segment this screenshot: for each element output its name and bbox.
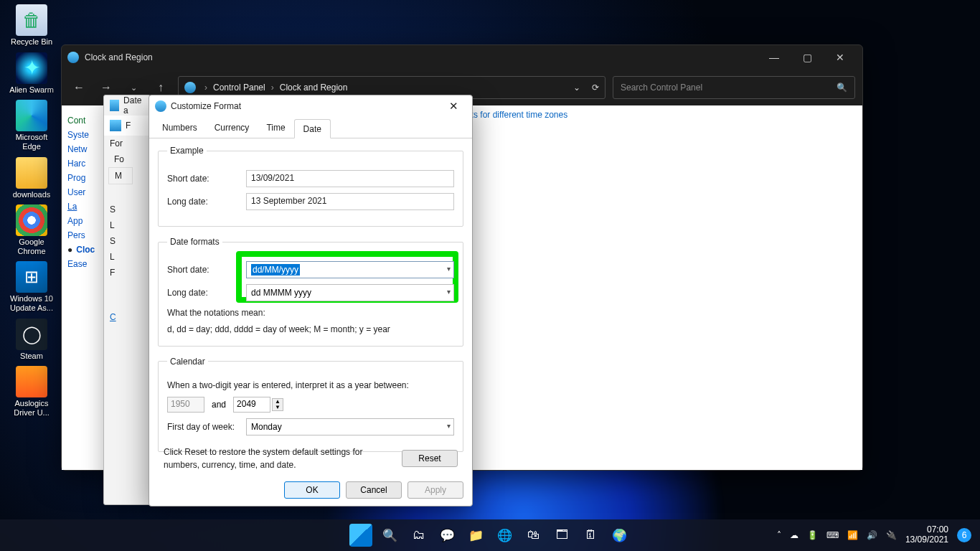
combo-short-date-format[interactable]: dd/MM/yyyy ▾ [246, 261, 454, 278]
onedrive-icon[interactable]: ☁ [790, 530, 798, 540]
taskbar-app[interactable]: 🗓 [579, 524, 602, 547]
spinner-buttons[interactable]: ▲▼ [272, 398, 283, 411]
title: Date a [123, 95, 144, 116]
combo-long-date-format[interactable]: dd MMMM yyyy ▾ [246, 284, 454, 301]
reset-description: Click Reset to restore the system defaul… [164, 446, 379, 471]
search-input[interactable]: Search Control Panel 🔍 [613, 76, 855, 99]
label-short-date: Short date: [167, 174, 246, 184]
titlebar[interactable]: Customize Format ✕ [149, 95, 472, 117]
keyboard-icon[interactable]: ⌨ [826, 530, 839, 540]
tabs: Numbers Currency Time Date [149, 118, 472, 138]
dialog-title: Customize Format [171, 101, 241, 111]
chevron-down-icon: ▾ [447, 422, 451, 430]
chevron-down-icon: ▾ [447, 265, 451, 273]
system-tray: ˄ ☁ 🔋 ⌨ 📶 🔊 🔌 07:00 13/09/2021 6 [777, 525, 980, 545]
tab-time[interactable]: Time [258, 118, 293, 138]
group-date-formats: Date formats Short date: dd/MM/yyyy ▾ Lo… [158, 237, 463, 347]
back-button[interactable]: ← [69, 77, 89, 98]
label-long-date: Long date: [167, 197, 246, 207]
year-to-spinner[interactable]: 2049 ▲▼ [233, 397, 283, 413]
value-long-date: 13 September 2021 [246, 193, 454, 210]
label: downloads [6, 190, 57, 199]
close-button[interactable]: ✕ [440, 98, 466, 115]
close-button[interactable]: ✕ [824, 47, 857, 68]
breadcrumb-root[interactable]: Control Panel [213, 83, 265, 93]
refresh-icon[interactable]: ⟳ [592, 83, 599, 93]
clock-time: 07:00 [905, 525, 948, 535]
combo-first-day[interactable]: Monday ▾ [246, 418, 454, 435]
breadcrumb-sep: › [204, 83, 207, 93]
desktop-icon-recycle-bin[interactable]: Recycle Bin [6, 4, 57, 47]
minimize-button[interactable]: — [758, 47, 791, 68]
label: Auslogics Driver U... [6, 399, 57, 417]
tab-numbers[interactable]: Numbers [154, 118, 206, 138]
cp-icon [67, 52, 79, 63]
desktop-icon-alien-swarm[interactable]: ✦Alien Swarm [6, 52, 57, 95]
taskbar-clock[interactable]: 07:00 13/09/2021 [905, 525, 948, 545]
address-dropdown-icon[interactable]: ⌄ [573, 83, 580, 93]
chat-button[interactable]: 💬 [435, 524, 458, 547]
group-calendar: Calendar When a two-digit year is entere… [158, 357, 463, 453]
explorer-button[interactable]: 📁 [464, 524, 487, 547]
wifi-icon[interactable]: 📶 [847, 530, 858, 540]
spin-down-icon[interactable]: ▼ [273, 405, 283, 410]
col: F [104, 265, 150, 281]
desktop-icon-chrome[interactable]: Google Chrome [6, 204, 57, 255]
battery-icon[interactable]: 🔋 [807, 530, 818, 540]
year-to-value[interactable]: 2049 [233, 397, 270, 413]
steam-icon: ◯ [16, 319, 47, 350]
apply-button[interactable]: Apply [407, 481, 463, 499]
dialog-icon [155, 100, 166, 112]
link-timezones[interactable]: cks for different time zones [465, 110, 567, 120]
titlebar[interactable]: Clock and Region — ▢ ✕ [62, 45, 862, 70]
label: Microsoft Edge [6, 133, 57, 151]
desktop-icon-downloads[interactable]: downloads [6, 157, 57, 199]
desktop-icon-steam[interactable]: ◯Steam [6, 319, 57, 361]
desktop-icon-edge[interactable]: Microsoft Edge [6, 100, 57, 151]
year-from-value: 1950 [167, 397, 204, 413]
tab-currency[interactable]: Currency [206, 118, 258, 138]
chrome-icon [16, 204, 47, 236]
search-button[interactable]: 🔍 [378, 524, 401, 547]
taskbar-app[interactable]: 🗔 [550, 524, 573, 547]
desktop-icon-win10-update[interactable]: ⊞Windows 10 Update As... [6, 261, 57, 312]
auslogics-icon [16, 366, 47, 397]
label: Windows 10 Update As... [6, 294, 57, 312]
label-short-format: Short date: [167, 265, 246, 275]
breadcrumb-leaf[interactable]: Clock and Region [280, 83, 348, 93]
window-date-and-time: Date a F For Fo M S L S L F C [103, 95, 151, 505]
tab-f[interactable]: F [126, 121, 131, 131]
desktop-icon-auslogics[interactable]: Auslogics Driver U... [6, 366, 57, 417]
control-panel-taskbar-icon[interactable]: 🌍 [608, 524, 631, 547]
volume-icon[interactable]: 🔊 [867, 530, 877, 540]
task-view-button[interactable]: 🗂 [407, 524, 430, 547]
clock-date: 13/09/2021 [905, 535, 948, 545]
label: Alien Swarm [6, 85, 57, 95]
edge-icon [16, 100, 47, 131]
breadcrumb-sep: › [271, 83, 274, 93]
label-long-format: Long date: [167, 288, 246, 298]
value-short-date: 13/09/2021 [246, 170, 454, 187]
store-button[interactable]: 🛍 [522, 524, 545, 547]
link[interactable]: C [104, 309, 150, 325]
notation-body: d, dd = day; ddd, dddd = day of week; M … [167, 324, 454, 336]
chevron-down-icon: ▾ [447, 288, 451, 296]
search-placeholder: Search Control Panel [621, 83, 702, 93]
ok-button[interactable]: OK [284, 481, 340, 499]
tab-date[interactable]: Date [294, 119, 331, 138]
tray-overflow-icon[interactable]: ˄ [777, 530, 781, 540]
reset-button[interactable]: Reset [402, 450, 458, 467]
label-and: and [212, 400, 226, 410]
cancel-button[interactable]: Cancel [346, 481, 402, 499]
maximize-button[interactable]: ▢ [791, 47, 824, 68]
cell: Fo [108, 151, 150, 167]
label: Steam [6, 352, 57, 361]
power-icon[interactable]: 🔌 [886, 530, 897, 540]
start-button[interactable] [349, 524, 372, 547]
label: Recycle Bin [6, 37, 57, 47]
edge-button[interactable]: 🌐 [493, 524, 516, 547]
folder-icon [16, 157, 47, 189]
window-customize-format: Customize Format ✕ Numbers Currency Time… [149, 95, 473, 507]
titlebar[interactable]: Date a [104, 95, 150, 116]
notification-badge[interactable]: 6 [957, 528, 971, 542]
